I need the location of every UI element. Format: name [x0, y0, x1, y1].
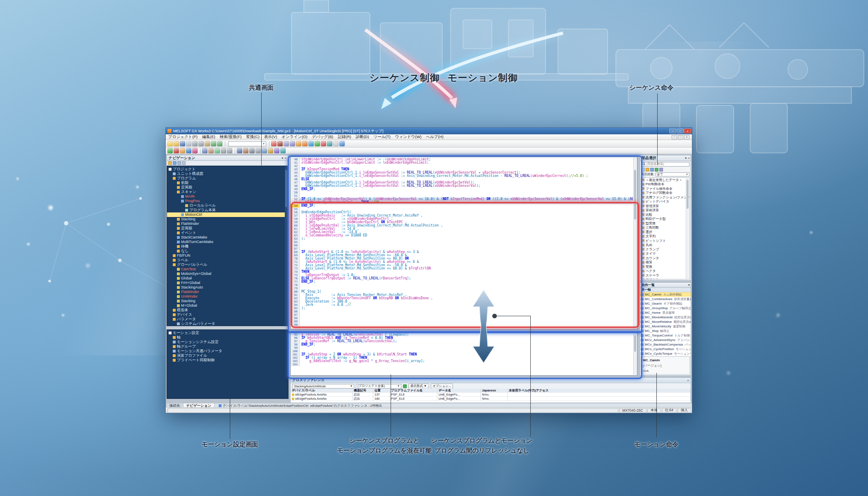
cross-reference-header[interactable]: クロスリファレンス × — [291, 378, 691, 383]
code-line-88[interactable]: 88 — [291, 317, 633, 320]
write-to-plc-icon[interactable] — [302, 141, 308, 146]
code-line-64[interactable]: 64); — [291, 237, 633, 241]
category-item[interactable]: 汎用ファンクション/ファンクションブロック — [641, 195, 689, 200]
left-dock-splitter[interactable] — [167, 326, 289, 329]
fb-item-MCv_AdvancedSync[interactable]: MCv_AdvancedSyncアドバンスト同期制御 — [640, 338, 691, 342]
nav-expand-icon[interactable] — [173, 161, 176, 165]
fb-item-MC_CombineAxes[interactable]: MC_CombineAxes加算演算重ね合わせ — [640, 297, 691, 301]
tree-item-モーション共通パラメータ[interactable]: モーション共通パラメータ — [167, 349, 288, 353]
category-item[interactable]: 管理演算 — [641, 204, 689, 208]
menu-オンライン[interactable]: オンライン(O) — [281, 134, 307, 139]
tree-item-UnWinder[interactable]: UnWinder — [167, 294, 288, 299]
menu-記録[interactable]: 記録(R) — [338, 134, 351, 139]
save-project-icon[interactable] — [180, 141, 185, 146]
view-format-button[interactable]: 表示形式 ▼ — [408, 384, 429, 389]
monitor-stop-icon[interactable] — [321, 141, 326, 146]
category-item[interactable]: ＜最近使用したデータ＞ — [641, 178, 689, 182]
label-editor-icon[interactable] — [215, 148, 220, 153]
category-item[interactable]: 積算 — [641, 260, 689, 265]
element-selection-header[interactable]: 部品選択 ▾× — [640, 155, 691, 161]
tree-item-CamTest[interactable]: CamTest — [167, 267, 288, 272]
menu-ウィンドウ[interactable]: ウィンドウ(W) — [395, 134, 422, 139]
menu-診断[interactable]: 診断(D) — [355, 134, 369, 139]
category-item[interactable]: ロジカル — [641, 278, 689, 280]
category-item[interactable]: 変換 — [641, 265, 689, 269]
navigation-dock-header[interactable]: ナビゲーション ▾ × — [167, 155, 289, 161]
tree-item-ユニット構成図[interactable]: ユニット構成図 — [167, 172, 288, 176]
menu-ツール[interactable]: ツール(T) — [374, 134, 391, 139]
monitor-start-icon[interactable] — [315, 141, 320, 146]
tree-item-M+Global[interactable]: M+Global — [167, 303, 288, 308]
editor-scrollbar[interactable] — [633, 157, 637, 329]
tree-item-グローバルラベル[interactable]: グローバルラベル — [167, 262, 288, 267]
crossref-row[interactable]: stEdgePosAxis.AxisNo読出160PSP_ELEUnB_Edge… — [291, 397, 691, 401]
code-line-65[interactable]: 65 — [291, 241, 633, 244]
code-line-76[interactable]: 76ELSE leDancerTrqOutput := REAL_TO_LREA… — [291, 277, 633, 280]
category-item[interactable]: ビットデバイス — [641, 200, 689, 204]
category-item[interactable]: 比較 — [641, 212, 689, 217]
code-line-84[interactable]: 84 Jerk := 0.0 ,// — [291, 303, 633, 307]
crossref-scope-select[interactable]: StackingAuto/UnWinde▼ — [292, 384, 354, 389]
category-item[interactable]: 選択 — [641, 230, 689, 234]
code-line-48[interactable]: 48 UdWinderEdgePositionCtrl_1.i_leEdgeSe… — [291, 184, 633, 188]
code-line-79[interactable]: 79 — [291, 287, 633, 290]
crossref-project-select[interactable]: (プロジェクト全体)▼ — [356, 384, 401, 389]
options-button[interactable]: オプション... — [431, 384, 453, 389]
toolbar-combobox[interactable]: ▼ — [228, 141, 266, 146]
code-line-41[interactable]: 41stEdWinderEdgePosCtrl.leFixUpperLimit … — [291, 161, 633, 165]
code-line-45[interactable]: 45 UdWinderEdgePositionCtrl_1.i_leEdgeSe… — [291, 174, 633, 178]
category-item[interactable]: カウンタ — [641, 256, 689, 260]
tree-item-パラメータ[interactable]: パラメータ — [167, 317, 288, 322]
cross-reference-icon[interactable] — [290, 141, 295, 146]
fb-item-MC_GroupStop[interactable]: MC_GroupStopグループ軸停止 — [640, 306, 691, 310]
title-bar[interactable]: MELSOFT GX Works3 C:\Users\ST16005\Downl… — [166, 128, 692, 134]
folder-view-icon[interactable] — [646, 168, 649, 172]
tree-item-Stacking[interactable]: Stacking — [167, 299, 288, 303]
tree-item-StackingAuto[interactable]: StackingAuto — [167, 285, 288, 290]
code-line-53[interactable]: 53 bEdWinderEpcPositionCtrl := TRUE;//ON… — [291, 201, 633, 204]
menu-検索/置換[interactable]: 検索/置換(F) — [220, 134, 242, 139]
fb-group-header[interactable]: 単一軸 — [640, 288, 691, 292]
find-replace-icon[interactable] — [333, 141, 339, 146]
code-line-90[interactable]: 90 — [291, 323, 633, 327]
code-line-86[interactable]: 86 — [291, 310, 633, 313]
close-button[interactable]: × — [684, 129, 691, 134]
category-item[interactable]: ベクタ — [641, 269, 689, 274]
tree-item-構造体[interactable]: 構造体 — [167, 308, 288, 312]
dock-menu-icon[interactable]: ▾ — [685, 156, 687, 160]
element-search-input[interactable]: (部品名検索) — [641, 162, 689, 167]
nav-collapse-icon[interactable] — [177, 161, 181, 165]
watch-icon[interactable] — [327, 141, 332, 146]
tree-item-モーション設定[interactable]: モーション設定 — [167, 331, 288, 335]
tree-item-MotionCtrl[interactable]: MotionCtrl — [167, 212, 288, 217]
crossref-column-0[interactable]: デバイス/ラベル — [291, 389, 353, 393]
category-item[interactable]: ファイル操作命令 — [641, 186, 689, 191]
code-line-63[interactable]: 63 o_leCommandVelocity => D1000 ED — [291, 234, 633, 237]
menu-プロジェクト[interactable]: プロジェクト(P) — [168, 134, 198, 139]
category-item[interactable]: クランプ — [641, 247, 689, 252]
tree-item-MAIN[interactable]: MAIN — [167, 194, 288, 199]
tree-item-ローカルラベル[interactable]: ローカルラベル — [167, 203, 288, 208]
code-line-104[interactable]: 104 — [291, 363, 633, 366]
category-item[interactable]: タイマ — [641, 252, 689, 256]
tree-item-FrH+Global[interactable]: FrH+Global — [167, 281, 288, 285]
menu-ヘルプ[interactable]: ヘルプ(H) — [426, 134, 444, 139]
options-icon[interactable] — [255, 148, 261, 153]
category-item[interactable]: 時刻データ型 — [641, 217, 689, 222]
code-line-87[interactable]: 87 — [291, 313, 633, 317]
category-item[interactable]: スケーラ — [641, 273, 689, 278]
help-icon[interactable] — [339, 141, 345, 146]
servo-amp-icon[interactable] — [274, 148, 279, 153]
tree-item-プログラム本体[interactable]: プログラム本体 — [167, 208, 288, 212]
menu-デバッグ[interactable]: デバッグ(B) — [312, 134, 334, 139]
fb-item-MC_MoveVelocity[interactable]: MC_MoveVelocity速度制御 — [640, 324, 691, 329]
navigation-window-icon[interactable] — [237, 148, 242, 153]
breakpoint-icon[interactable] — [192, 148, 198, 153]
dock-close-icon[interactable]: × — [284, 156, 286, 160]
tree-item-初期[interactable]: 初期 — [167, 181, 288, 185]
menu-編集[interactable]: 編集(E) — [202, 134, 215, 139]
st-editor-icon[interactable] — [202, 148, 207, 153]
crossref-column-3[interactable]: プログラムファイル名 — [390, 389, 437, 393]
zoom-in-icon[interactable] — [221, 148, 226, 153]
category-item[interactable]: 文字列 — [641, 234, 689, 239]
